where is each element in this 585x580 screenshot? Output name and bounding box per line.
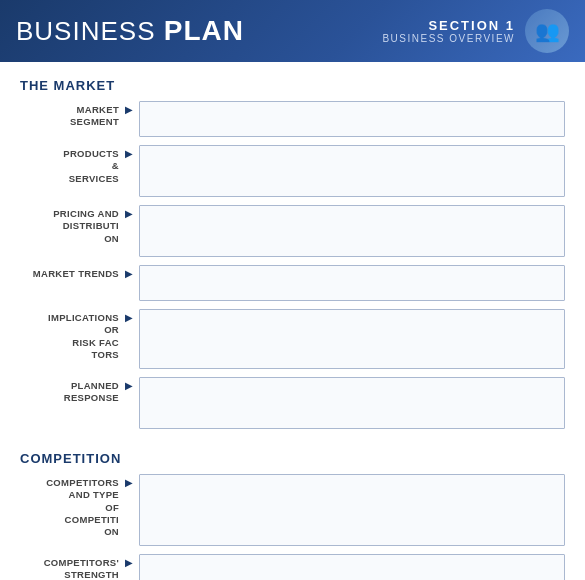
section-sub: BUSINESS OVERVIEW bbox=[382, 33, 515, 44]
header: BUSINESS PLAN SECTION 1 BUSINESS OVERVIE… bbox=[0, 0, 585, 62]
header-title-bold: PLAN bbox=[164, 15, 244, 46]
products-services-input[interactable] bbox=[139, 145, 565, 197]
page: BUSINESS PLAN SECTION 1 BUSINESS OVERVIE… bbox=[0, 0, 585, 580]
pricing-distribution-row: PRICING ANDDISTRIBUTION ▶ bbox=[20, 205, 565, 257]
header-title-plain: BUSINESS bbox=[16, 16, 164, 46]
market-segment-row: MARKETSEGMENT ▶ bbox=[20, 101, 565, 137]
competitors-type-row: COMPETITORSAND TYPEOFCOMPETITION ▶ bbox=[20, 474, 565, 546]
competitors-strength-label: COMPETITORS'STRENGTHS ANDWEAKNESSES bbox=[20, 554, 125, 580]
section-label: SECTION 1 bbox=[428, 18, 515, 33]
pricing-distribution-input[interactable] bbox=[139, 205, 565, 257]
products-services-label: PRODUCTS&SERVICES bbox=[20, 145, 125, 185]
market-trends-row: MARKET TRENDS ▶ bbox=[20, 265, 565, 301]
arrow-icon-1: ▶ bbox=[125, 101, 135, 115]
arrow-icon-3: ▶ bbox=[125, 205, 135, 219]
arrow-icon-8: ▶ bbox=[125, 554, 135, 568]
header-right: SECTION 1 BUSINESS OVERVIEW bbox=[382, 18, 515, 44]
competitors-type-input[interactable] bbox=[139, 474, 565, 546]
planned-response-input[interactable] bbox=[139, 377, 565, 429]
arrow-icon-5: ▶ bbox=[125, 309, 135, 323]
pricing-distribution-label: PRICING ANDDISTRIBUTION bbox=[20, 205, 125, 245]
competitors-strength-input[interactable] bbox=[139, 554, 565, 580]
people-icon: 👥 bbox=[525, 9, 569, 53]
market-segment-label: MARKETSEGMENT bbox=[20, 101, 125, 129]
content: THE MARKET MARKETSEGMENT ▶ PRODUCTS&SERV… bbox=[0, 62, 585, 580]
header-title: BUSINESS PLAN bbox=[16, 15, 244, 47]
market-segment-input[interactable] bbox=[139, 101, 565, 137]
arrow-icon-4: ▶ bbox=[125, 265, 135, 279]
the-market-heading: THE MARKET bbox=[20, 78, 565, 93]
implications-input[interactable] bbox=[139, 309, 565, 369]
market-trends-input[interactable] bbox=[139, 265, 565, 301]
arrow-icon-2: ▶ bbox=[125, 145, 135, 159]
competitors-strength-row: COMPETITORS'STRENGTHS ANDWEAKNESSES ▶ bbox=[20, 554, 565, 580]
implications-label: IMPLICATIONSORRISK FACTORS bbox=[20, 309, 125, 361]
planned-response-row: PLANNEDRESPONSE ▶ bbox=[20, 377, 565, 429]
competition-heading: COMPETITION bbox=[20, 451, 565, 466]
implications-row: IMPLICATIONSORRISK FACTORS ▶ bbox=[20, 309, 565, 369]
competitors-type-label: COMPETITORSAND TYPEOFCOMPETITION bbox=[20, 474, 125, 539]
section-divider bbox=[20, 437, 565, 447]
planned-response-label: PLANNEDRESPONSE bbox=[20, 377, 125, 405]
market-trends-label: MARKET TRENDS bbox=[20, 265, 125, 280]
products-services-row: PRODUCTS&SERVICES ▶ bbox=[20, 145, 565, 197]
arrow-icon-6: ▶ bbox=[125, 377, 135, 391]
arrow-icon-7: ▶ bbox=[125, 474, 135, 488]
